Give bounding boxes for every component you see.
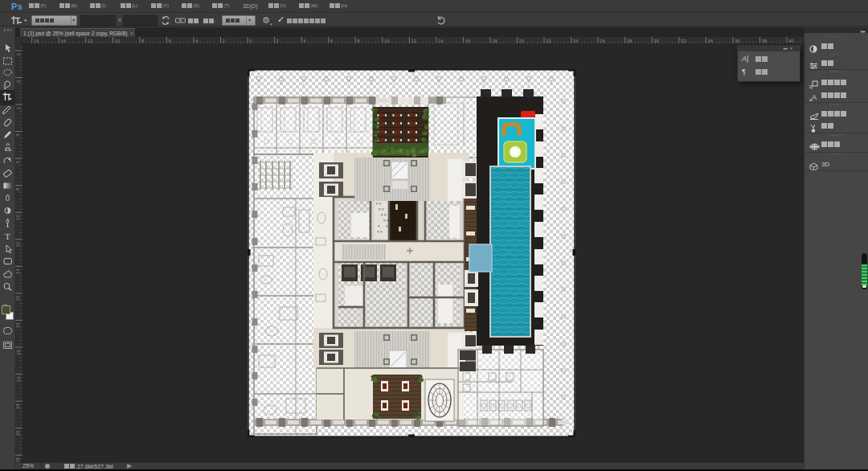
svg-text:6: 6	[16, 160, 21, 163]
svg-text:4: 4	[16, 133, 21, 137]
svg-text:A: A	[812, 93, 817, 101]
svg-text:8: 8	[16, 187, 21, 190]
svg-text:0: 0	[16, 80, 21, 83]
svg-text:q: q	[809, 84, 813, 89]
svg-text:2: 2	[16, 106, 21, 109]
svg-text:2: 2	[16, 52, 21, 55]
svg-text:T: T	[5, 231, 10, 241]
